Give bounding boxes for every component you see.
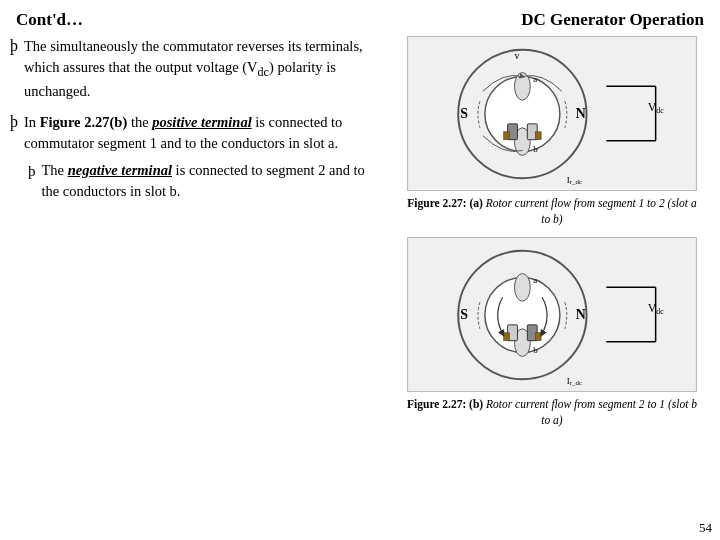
svg-point-5 <box>514 73 530 101</box>
svg-text:S: S <box>460 307 468 322</box>
figure-a-container: S N a b <box>407 36 697 227</box>
svg-text:N: N <box>576 106 586 121</box>
figure-a-caption-text: Rotor current flow from segment 1 to 2 (… <box>483 197 697 225</box>
figure-b-image: S N a b <box>407 237 697 392</box>
header: Cont'd… DC Generator Operation <box>0 10 720 36</box>
bullet-symbol-1: þ <box>10 37 18 55</box>
bullet-item-2: þ In Figure 2.27(b) the positive termina… <box>10 112 382 202</box>
bullet-symbol-2: þ <box>10 113 18 131</box>
svg-text:b: b <box>533 345 538 355</box>
svg-text:b: b <box>533 144 538 154</box>
left-panel: þ The simultaneously the commutator reve… <box>10 36 390 540</box>
bullet-text-2: In Figure 2.27(b) the positive terminal … <box>24 112 382 202</box>
figure-a-image: S N a b <box>407 36 697 191</box>
bullet-item-1: þ The simultaneously the commutator reve… <box>10 36 382 102</box>
svg-point-24 <box>514 274 530 302</box>
bullet-text-1: The simultaneously the commutator revers… <box>24 36 382 102</box>
figure-a-caption: Figure 2.27: (a) Rotor current flow from… <box>407 195 697 227</box>
svg-text:a: a <box>533 276 537 286</box>
content: þ The simultaneously the commutator reve… <box>0 36 720 540</box>
figure-b-caption-bold: Figure 2.27: (b) <box>407 398 483 410</box>
figure-b-container: S N a b <box>407 237 697 428</box>
sub-bullet-symbol: þ <box>28 161 36 183</box>
svg-text:N: N <box>576 307 586 322</box>
svg-rect-31 <box>535 333 541 341</box>
right-panel: S N a b <box>390 36 710 540</box>
header-right: DC Generator Operation <box>521 10 704 30</box>
svg-rect-11 <box>504 132 510 140</box>
page-number: 54 <box>699 520 712 536</box>
sub-bullet-text: The negative terminal is connected to se… <box>42 160 383 202</box>
header-left: Cont'd… <box>16 10 83 30</box>
figure-a-caption-bold: Figure 2.27: (a) <box>407 197 482 209</box>
figure-b-caption: Figure 2.27: (b) Rotor current flow from… <box>407 396 697 428</box>
svg-text:v: v <box>514 50 519 61</box>
svg-rect-30 <box>504 333 510 341</box>
svg-rect-12 <box>535 132 541 140</box>
svg-text:S: S <box>460 106 468 121</box>
sub-bullet-container: þ The negative terminal is connected to … <box>28 160 382 202</box>
figure-b-caption-text: Rotor current flow from segment 2 to 1 (… <box>483 398 697 426</box>
page: Cont'd… DC Generator Operation þ The sim… <box>0 0 720 540</box>
